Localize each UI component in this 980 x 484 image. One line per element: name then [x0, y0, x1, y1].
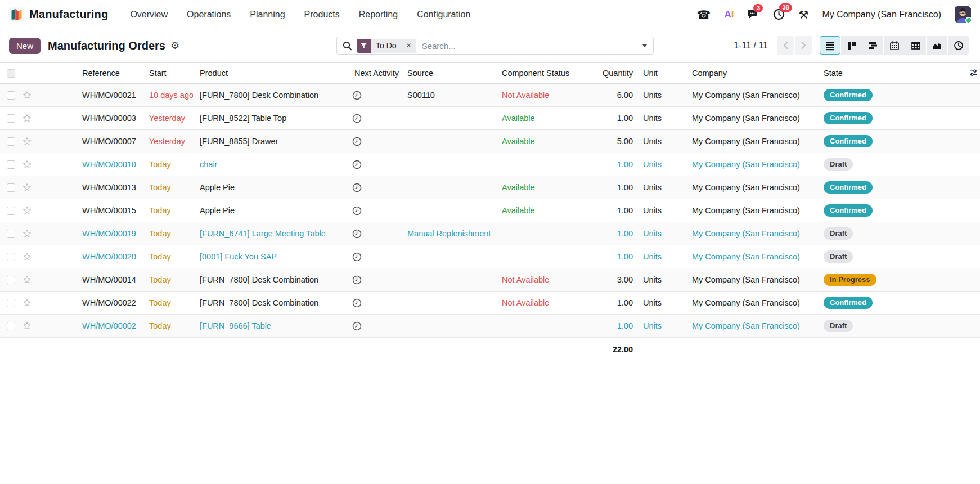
table-row[interactable]: WH/MO/00015 Today Apple Pie Available 1.…	[0, 199, 980, 222]
row-favorite-cell[interactable]	[18, 137, 75, 146]
company-selector[interactable]: My Company (San Francisco)	[822, 10, 941, 20]
row-select-cell[interactable]	[0, 253, 18, 261]
column-header-product[interactable]: Product	[193, 69, 348, 78]
row-checkbox[interactable]	[7, 91, 15, 100]
row-checkbox[interactable]	[7, 137, 15, 146]
select-all-cell[interactable]	[0, 69, 18, 78]
row-favorite-cell[interactable]	[18, 160, 75, 169]
table-row[interactable]: WH/MO/00002 Today [FURN_9666] Table 1.00…	[0, 315, 980, 338]
table-row[interactable]: WH/MO/00013 Today Apple Pie Available 1.…	[0, 176, 980, 199]
row-select-cell[interactable]	[0, 207, 18, 215]
app-name[interactable]: Manufacturing	[29, 8, 108, 21]
row-checkbox[interactable]	[7, 276, 15, 284]
row-favorite-cell[interactable]	[18, 275, 75, 284]
row-favorite-cell[interactable]	[18, 229, 75, 238]
star-icon[interactable]	[23, 229, 32, 238]
menu-item-products[interactable]: Products	[297, 5, 347, 24]
menu-item-overview[interactable]: Overview	[123, 5, 175, 24]
row-checkbox[interactable]	[7, 160, 15, 169]
row-select-cell[interactable]	[0, 299, 18, 307]
search-dropdown-caret[interactable]	[642, 44, 648, 47]
row-favorite-cell[interactable]	[18, 321, 75, 330]
star-icon[interactable]	[23, 298, 32, 307]
column-header-component-status[interactable]: Component Status	[495, 69, 594, 78]
next-activity-button[interactable]	[348, 183, 401, 192]
next-activity-button[interactable]	[348, 137, 401, 146]
row-checkbox[interactable]	[7, 299, 15, 307]
menu-item-reporting[interactable]: Reporting	[352, 5, 405, 24]
star-icon[interactable]	[23, 114, 32, 123]
star-icon[interactable]	[23, 275, 32, 284]
row-favorite-cell[interactable]	[18, 114, 75, 123]
row-select-cell[interactable]	[0, 160, 18, 169]
table-row[interactable]: WH/MO/00010 Today chair 1.00 Units My Co…	[0, 153, 980, 176]
next-activity-button[interactable]	[348, 252, 401, 262]
row-favorite-cell[interactable]	[18, 298, 75, 307]
table-row[interactable]: WH/MO/00003 Yesterday [FURN_8522] Table …	[0, 107, 980, 130]
row-checkbox[interactable]	[7, 207, 15, 215]
row-checkbox[interactable]	[7, 114, 15, 123]
star-icon[interactable]	[23, 91, 32, 100]
next-activity-button[interactable]	[348, 206, 401, 216]
row-select-cell[interactable]	[0, 183, 18, 192]
next-activity-button[interactable]	[348, 321, 401, 331]
menu-item-operations[interactable]: Operations	[179, 5, 238, 24]
row-checkbox[interactable]	[7, 230, 15, 238]
search-facet-todo[interactable]: To Do ✕	[357, 39, 416, 53]
table-row[interactable]: WH/MO/00019 Today [FURN_6741] Large Meet…	[0, 222, 980, 245]
column-header-reference[interactable]: Reference	[75, 69, 142, 78]
column-header-state[interactable]: State	[817, 69, 980, 78]
app-brand[interactable]: Manufacturing	[9, 7, 108, 22]
table-row[interactable]: WH/MO/00020 Today [0001] Fuck You SAP 1.…	[0, 245, 980, 268]
column-header-quantity[interactable]: Quantity	[594, 69, 636, 78]
star-icon[interactable]	[23, 183, 32, 192]
pager-next-button[interactable]	[795, 36, 812, 55]
column-header-unit[interactable]: Unit	[636, 69, 685, 78]
row-checkbox[interactable]	[7, 322, 15, 330]
search-input[interactable]	[422, 41, 637, 51]
row-select-cell[interactable]	[0, 137, 18, 146]
view-switch-graph[interactable]	[927, 36, 947, 55]
voip-button[interactable]: ☎	[697, 9, 711, 20]
row-favorite-cell[interactable]	[18, 91, 75, 100]
star-icon[interactable]	[23, 137, 32, 146]
optional-columns-toggle[interactable]	[969, 69, 978, 79]
row-favorite-cell[interactable]	[18, 206, 75, 215]
column-header-company[interactable]: Company	[685, 69, 817, 78]
table-row[interactable]: WH/MO/00014 Today [FURN_7800] Desk Combi…	[0, 268, 980, 292]
view-switch-list[interactable]	[820, 36, 840, 55]
column-header-start[interactable]: Start	[142, 69, 193, 78]
view-switch-pivot[interactable]	[905, 36, 926, 55]
search-bar[interactable]: To Do ✕	[336, 37, 654, 55]
view-switch-calendar[interactable]	[884, 36, 905, 55]
table-row[interactable]: WH/MO/00022 Today [FURN_7800] Desk Combi…	[0, 292, 980, 315]
next-activity-button[interactable]	[348, 91, 401, 100]
new-button[interactable]: New	[9, 38, 41, 54]
next-activity-button[interactable]	[348, 160, 401, 169]
view-switch-activity[interactable]	[948, 36, 969, 55]
row-checkbox[interactable]	[7, 253, 15, 261]
next-activity-button[interactable]	[348, 275, 401, 285]
row-checkbox[interactable]	[7, 183, 15, 192]
row-select-cell[interactable]	[0, 230, 18, 238]
table-row[interactable]: WH/MO/00007 Yesterday [FURN_8855] Drawer…	[0, 130, 980, 153]
menu-item-planning[interactable]: Planning	[242, 5, 292, 24]
star-icon[interactable]	[23, 252, 32, 261]
activities-button[interactable]: 38	[773, 8, 785, 20]
row-select-cell[interactable]	[0, 322, 18, 330]
action-gear-icon[interactable]: ⚙	[170, 41, 179, 51]
select-all-checkbox[interactable]	[7, 69, 15, 78]
star-icon[interactable]	[23, 321, 32, 330]
next-activity-button[interactable]	[348, 114, 401, 123]
row-select-cell[interactable]	[0, 276, 18, 284]
menu-item-configuration[interactable]: Configuration	[410, 5, 478, 24]
pager-previous-button[interactable]	[777, 36, 794, 55]
star-icon[interactable]	[23, 206, 32, 215]
debug-tools-button[interactable]: ⚒	[798, 9, 808, 20]
facet-remove-icon[interactable]: ✕	[402, 39, 416, 53]
view-switch-gantt[interactable]	[862, 36, 883, 55]
next-activity-button[interactable]	[348, 229, 401, 239]
star-icon[interactable]	[23, 160, 32, 169]
ai-button[interactable]: AI	[724, 9, 734, 20]
row-favorite-cell[interactable]	[18, 252, 75, 261]
